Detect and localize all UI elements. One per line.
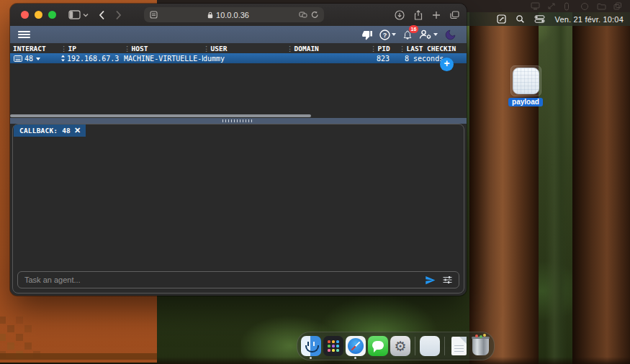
dock-finder-icon[interactable]: [301, 336, 321, 356]
column-header-user[interactable]: ⋮USER: [203, 43, 287, 53]
notification-badge: 16: [409, 25, 418, 33]
dock-messages-icon[interactable]: [368, 336, 388, 356]
column-header-ip[interactable]: ⋮IP: [60, 43, 124, 53]
column-grip-icon[interactable]: ⋮: [370, 45, 377, 53]
windows-copy-icon[interactable]: [613, 2, 623, 10]
back-button[interactable]: [99, 10, 105, 20]
interact-dropdown-caret[interactable]: [36, 58, 40, 63]
spotlight-search-icon[interactable]: [516, 14, 525, 24]
desktop: Ven. 21 févr. 10:04 payload 10.0.0.36: [0, 0, 630, 364]
chevron-down-icon: [392, 33, 396, 38]
column-grip-icon[interactable]: ⋮: [287, 45, 294, 53]
ip-cell[interactable]: 192.168.67.3: [60, 55, 124, 63]
column-grip-icon[interactable]: ⋮: [399, 45, 406, 53]
dock-safari-icon[interactable]: [346, 336, 366, 356]
operators-settings-icon[interactable]: [419, 29, 438, 40]
feedback-thumbs-down-icon[interactable]: [361, 29, 373, 40]
host-cell: MACHINE-VIRTUELLE-DE-DU: [124, 55, 203, 63]
resize-grip-icon[interactable]: [222, 119, 254, 122]
dark-mode-moon-icon[interactable]: [444, 29, 456, 41]
display-icon[interactable]: [531, 2, 540, 10]
shared-folder-icon[interactable]: [597, 2, 606, 10]
hamburger-menu-icon[interactable]: [18, 31, 30, 39]
zoom-window-button[interactable]: [48, 11, 56, 19]
lock-icon: [207, 12, 213, 19]
payload-file-label[interactable]: payload: [508, 98, 543, 106]
expand-ips-icon[interactable]: [60, 55, 66, 62]
last-checkin-cell: 8 seconds: [399, 55, 467, 63]
column-grip-icon[interactable]: ⋮: [203, 45, 210, 53]
dock-divider: [415, 337, 415, 355]
vm-pixel-art-decoration: [0, 317, 6, 324]
sidebar-chevron-icon[interactable]: [83, 13, 89, 17]
pid-cell: 823: [370, 55, 399, 63]
task-options-tune-icon[interactable]: [443, 276, 452, 284]
vm-window-bottom-edge: [0, 353, 157, 360]
column-header-last-checkin[interactable]: ⋮LAST CHECKIN: [399, 43, 467, 53]
dock-trash-icon[interactable]: [472, 337, 489, 355]
dock-settings-icon[interactable]: ⚙: [390, 336, 410, 356]
forward-button[interactable]: [115, 10, 122, 20]
new-tab-icon[interactable]: [432, 11, 441, 19]
column-header-host[interactable]: ⋮HOST: [124, 43, 203, 53]
alerts-bell-icon[interactable]: 16: [402, 29, 413, 40]
dock: ⚙: [297, 332, 495, 360]
address-bar[interactable]: 10.0.0.36: [144, 7, 324, 22]
task-bar-icons: [425, 276, 459, 285]
user-cell: dummy: [203, 55, 287, 63]
keyboard-icon: [14, 55, 22, 62]
control-center-icon[interactable]: [534, 15, 545, 23]
tree-gap: [546, 0, 567, 364]
browser-titlebar: 10.0.0.36: [10, 4, 467, 26]
tab-callback-48[interactable]: CALLBACK: 48 ✕: [14, 124, 86, 137]
minimize-window-button[interactable]: [35, 11, 42, 19]
url-text[interactable]: 10.0.0.36: [158, 11, 299, 19]
desktop-file-payload[interactable]: payload: [508, 66, 543, 106]
tab-overview-icon[interactable]: [450, 11, 459, 19]
tree-trunk: [572, 0, 630, 364]
svg-text:?: ?: [383, 31, 387, 38]
close-tab-icon[interactable]: ✕: [74, 127, 81, 135]
task-agent-input[interactable]: [18, 276, 425, 284]
file-selection-highlight: [511, 66, 541, 96]
dock-launchpad-icon[interactable]: [323, 336, 343, 356]
mythic-toolbar: ? 16: [10, 26, 467, 43]
callback-row-48[interactable]: 48 192.168.67.3 MACHINE-VIRTUELLE-DE-DU …: [10, 53, 467, 63]
usb-capsule-icon[interactable]: [564, 2, 573, 10]
column-grip-icon[interactable]: ⋮: [124, 45, 131, 53]
running-indicator-dot: [310, 357, 312, 359]
column-header-interact[interactable]: INTERACT: [10, 43, 60, 53]
menu-bar-clock[interactable]: Ven. 21 févr. 10:04: [554, 15, 624, 24]
privacy-shield-icon[interactable]: [299, 11, 308, 19]
downloads-icon[interactable]: [395, 10, 405, 20]
column-header-pid[interactable]: ⋮PID: [370, 43, 399, 53]
close-window-button[interactable]: [21, 11, 29, 19]
dock-divider: [444, 337, 445, 355]
new-callback-fab-button[interactable]: +: [440, 58, 454, 71]
scrollbar-thumb[interactable]: [10, 114, 311, 117]
pane-resize-divider[interactable]: [10, 118, 467, 124]
reload-icon[interactable]: [311, 11, 319, 19]
help-icon[interactable]: ?: [379, 29, 396, 40]
share-icon[interactable]: [414, 10, 423, 20]
mythic-app: ? 16 INTERACT ⋮IP ⋮HOST ⋮USER ⋮DOMAIN ⋮P…: [10, 26, 467, 296]
callback-tabs-panel: CALLBACK: 48 ✕: [12, 124, 464, 294]
dock-folder-icon[interactable]: [420, 336, 440, 356]
toolbar-right-icons: ? 16: [361, 29, 467, 41]
page-settings-icon[interactable]: [150, 11, 158, 19]
resize-icon[interactable]: [547, 2, 557, 10]
sidebar-toggle-icon[interactable]: [68, 10, 81, 19]
safari-window: 10.0.0.36 ? 16: [10, 4, 467, 296]
drive-icon[interactable]: [580, 2, 590, 10]
dock-document-icon[interactable]: [451, 337, 467, 355]
interact-cell[interactable]: 48: [10, 55, 60, 63]
tab-bar: CALLBACK: 48 ✕: [13, 124, 464, 138]
task-agent-bar: [17, 271, 459, 288]
input-source-icon[interactable]: [497, 14, 506, 24]
executable-file-icon[interactable]: [513, 68, 539, 94]
column-header-domain[interactable]: ⋮DOMAIN: [287, 43, 370, 53]
chevron-down-icon: [433, 33, 438, 38]
column-grip-icon[interactable]: ⋮: [60, 45, 68, 53]
running-indicator-dot: [354, 357, 356, 359]
send-task-icon[interactable]: [425, 276, 436, 285]
